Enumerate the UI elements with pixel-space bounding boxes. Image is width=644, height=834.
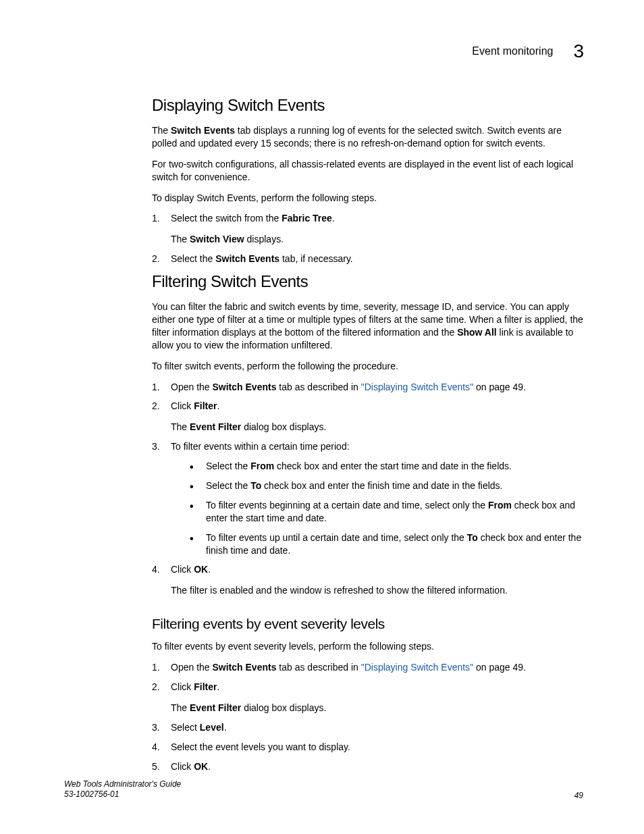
page-content: Displaying Switch Events The Switch Even… bbox=[152, 96, 583, 773]
bold-text: From bbox=[250, 461, 274, 471]
text: The bbox=[171, 234, 190, 244]
text: displays. bbox=[244, 234, 284, 244]
text: on page 49. bbox=[473, 382, 526, 392]
text: The bbox=[152, 125, 171, 136]
bold-text: Switch Events bbox=[213, 382, 277, 392]
footer-page-number: 49 bbox=[574, 791, 583, 800]
list-item: Select the To check box and enter the fi… bbox=[190, 479, 583, 492]
list-item: To filter events beginning at a certain … bbox=[190, 499, 583, 525]
text: Click bbox=[171, 564, 194, 575]
list-item: Open the Switch Events tab as described … bbox=[152, 661, 583, 674]
text: . bbox=[217, 400, 219, 411]
list-item: Click OK. bbox=[152, 760, 583, 773]
list-item: Click OK. The filter is enabled and the … bbox=[152, 563, 583, 597]
text: To filter events up until a certain date… bbox=[206, 532, 467, 543]
ordered-list: Open the Switch Events tab as described … bbox=[152, 381, 583, 598]
list-item: To filter events within a certain time p… bbox=[152, 440, 583, 556]
bold-text: From bbox=[488, 500, 512, 511]
text: on page 49. bbox=[473, 662, 526, 673]
text: dialog box displays. bbox=[241, 702, 326, 713]
text: To filter events within a certain time p… bbox=[171, 441, 350, 452]
list-item: Select the Switch Events tab, if necessa… bbox=[152, 253, 583, 265]
text: check box and enter the start time and d… bbox=[274, 461, 512, 471]
list-item: Click Filter. The Event Filter dialog bo… bbox=[152, 681, 583, 714]
list-item: Click Filter. The Event Filter dialog bo… bbox=[152, 400, 583, 434]
text: Click bbox=[171, 761, 194, 772]
text: tab as described in bbox=[276, 382, 360, 392]
bullet-list: Select the From check box and enter the … bbox=[190, 460, 583, 556]
text: Select the bbox=[206, 461, 250, 471]
page-header: Event monitoring 3 bbox=[64, 41, 583, 62]
bold-text: To bbox=[250, 480, 261, 491]
text: Open the bbox=[171, 662, 213, 673]
text: To filter events beginning at a certain … bbox=[206, 500, 488, 511]
text: . bbox=[208, 564, 211, 575]
paragraph: For two-switch configurations, all chass… bbox=[152, 158, 583, 184]
list-item: Select Level. bbox=[152, 721, 583, 734]
page-footer: Web Tools Administrator's Guide 53-10027… bbox=[64, 779, 583, 800]
cross-reference-link[interactable]: "Displaying Switch Events" bbox=[361, 662, 473, 673]
bold-text: Switch View bbox=[190, 234, 244, 244]
text: check box and enter the finish time and … bbox=[261, 480, 502, 491]
bold-text: Event Filter bbox=[190, 702, 241, 713]
list-item: Open the Switch Events tab as described … bbox=[152, 381, 583, 394]
text: . bbox=[332, 213, 335, 224]
heading-filtering-by-severity: Filtering events by event severity level… bbox=[152, 616, 583, 632]
text: . bbox=[217, 681, 219, 692]
list-item: Select the switch from the Fabric Tree. … bbox=[152, 212, 583, 246]
footer-doc-number: 53-1002756-01 bbox=[64, 789, 181, 800]
list-item: Select the From check box and enter the … bbox=[190, 460, 583, 473]
bold-text: OK bbox=[194, 761, 208, 772]
header-title: Event monitoring bbox=[472, 45, 553, 57]
bold-text: Filter bbox=[194, 400, 217, 411]
bold-text: Level bbox=[200, 722, 224, 733]
paragraph: The Switch Events tab displays a running… bbox=[152, 124, 583, 150]
text: dialog box displays. bbox=[241, 421, 326, 432]
text: The filter is enabled and the window is … bbox=[171, 584, 583, 597]
text: tab, if necessary. bbox=[279, 253, 353, 264]
text: tab as described in bbox=[276, 662, 360, 673]
text: The bbox=[171, 702, 190, 713]
bold-text: Switch Events bbox=[215, 253, 279, 264]
bold-text: Switch Events bbox=[171, 125, 235, 136]
heading-displaying-switch-events: Displaying Switch Events bbox=[152, 96, 583, 115]
bold-text: Switch Events bbox=[213, 662, 277, 673]
paragraph: You can filter the fabric and switch eve… bbox=[152, 301, 583, 352]
heading-filtering-switch-events: Filtering Switch Events bbox=[152, 272, 583, 291]
bold-text: Show All bbox=[457, 327, 497, 338]
bold-text: To bbox=[467, 532, 478, 543]
ordered-list: Select the switch from the Fabric Tree. … bbox=[152, 212, 583, 265]
text: Click bbox=[171, 400, 194, 411]
paragraph: To filter switch events, perform the fol… bbox=[152, 360, 583, 373]
chapter-number: 3 bbox=[573, 41, 583, 62]
paragraph: To filter events by event severity level… bbox=[152, 640, 583, 653]
text: Select the bbox=[171, 253, 215, 264]
list-item: To filter events up until a certain date… bbox=[190, 531, 583, 557]
cross-reference-link[interactable]: "Displaying Switch Events" bbox=[361, 382, 473, 392]
text: Select bbox=[171, 722, 200, 733]
text: Open the bbox=[171, 382, 213, 392]
text: Click bbox=[171, 681, 194, 692]
list-item: Select the event levels you want to disp… bbox=[152, 741, 583, 754]
bold-text: Filter bbox=[194, 681, 217, 692]
text: . bbox=[208, 761, 211, 772]
ordered-list: Open the Switch Events tab as described … bbox=[152, 661, 583, 773]
text: . bbox=[224, 722, 227, 733]
text: Select the switch from the bbox=[171, 213, 281, 224]
text: Select the bbox=[206, 480, 250, 491]
bold-text: Event Filter bbox=[190, 421, 241, 432]
paragraph: To display Switch Events, perform the fo… bbox=[152, 192, 583, 205]
bold-text: Fabric Tree bbox=[281, 213, 332, 224]
footer-guide-title: Web Tools Administrator's Guide bbox=[64, 779, 181, 790]
bold-text: OK bbox=[194, 564, 208, 575]
text: The bbox=[171, 421, 190, 432]
